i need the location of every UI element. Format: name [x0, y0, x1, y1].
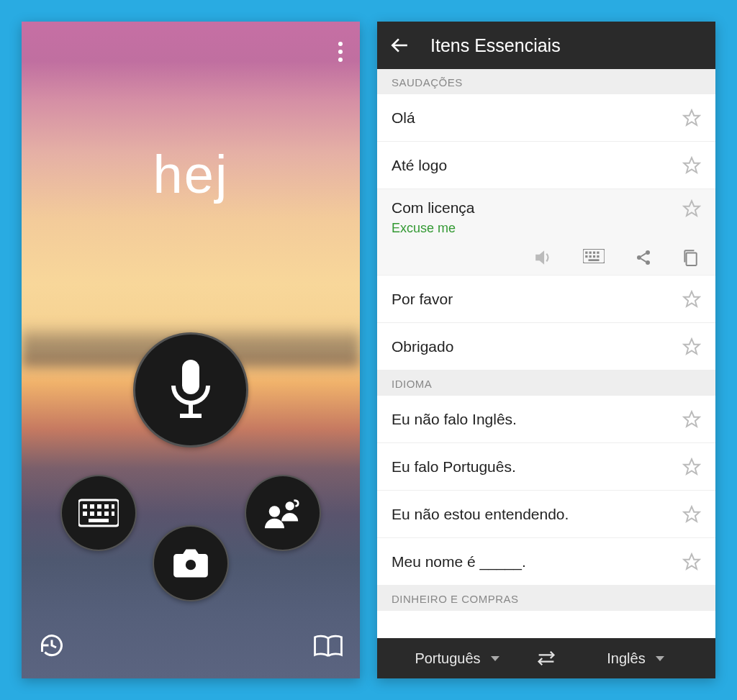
target-language-label: Inglês: [607, 650, 645, 667]
svg-rect-32: [597, 255, 599, 258]
star-outline-icon: [682, 199, 701, 218]
star-outline-icon: [682, 337, 701, 356]
star-outline-icon: [682, 156, 701, 175]
favorite-button[interactable]: [682, 109, 701, 127]
phrasebook-button[interactable]: [314, 634, 343, 658]
svg-line-38: [641, 259, 646, 262]
list-item-expanded[interactable]: Com licença Excuse me: [377, 189, 715, 276]
svg-marker-20: [684, 110, 700, 125]
favorite-button[interactable]: [682, 505, 701, 524]
list-item[interactable]: Eu não falo Inglês.: [377, 396, 715, 443]
favorite-button[interactable]: [682, 458, 701, 476]
overflow-menu-button[interactable]: [338, 42, 343, 62]
favorite-button[interactable]: [682, 410, 701, 429]
swap-icon: [535, 650, 557, 667]
list-item[interactable]: Eu falo Português.: [377, 443, 715, 491]
favorite-button[interactable]: [682, 290, 701, 309]
phrase-label: Olá: [392, 109, 415, 127]
svg-rect-25: [585, 252, 587, 254]
svg-point-17: [269, 506, 280, 517]
svg-rect-4: [83, 504, 87, 509]
svg-rect-5: [90, 504, 94, 509]
source-language-dropdown[interactable]: Português: [386, 650, 528, 667]
phrase-label: Eu não estou entendendo.: [392, 506, 569, 523]
keyboard-button[interactable]: [583, 249, 605, 266]
star-outline-icon: [682, 505, 701, 524]
list-item[interactable]: Eu não estou entendendo.: [377, 491, 715, 538]
history-icon: [39, 632, 65, 658]
copy-button[interactable]: [682, 249, 698, 266]
svg-rect-13: [112, 512, 114, 516]
star-outline-icon: [682, 458, 701, 476]
phrase-label: Por favor: [392, 291, 453, 308]
back-button[interactable]: [390, 36, 409, 55]
page-title: Itens Essenciais: [430, 35, 561, 56]
favorite-button[interactable]: [682, 199, 701, 218]
favorite-button[interactable]: [682, 337, 701, 356]
more-vertical-icon: [338, 42, 343, 62]
conversation-icon: [263, 497, 302, 529]
target-language-dropdown[interactable]: Inglês: [564, 650, 707, 667]
translated-word: hej: [22, 144, 360, 205]
svg-rect-31: [593, 255, 595, 258]
translator-main-screen: hej: [22, 22, 360, 678]
camera-button[interactable]: [153, 525, 229, 601]
chevron-down-icon: [491, 656, 499, 661]
svg-rect-33: [589, 259, 600, 261]
svg-rect-7: [104, 504, 109, 509]
star-outline-icon: [682, 109, 701, 127]
svg-point-35: [637, 255, 641, 260]
arrow-left-icon: [390, 36, 409, 55]
source-language-label: Português: [415, 650, 480, 667]
svg-rect-30: [589, 255, 592, 258]
svg-rect-8: [112, 504, 114, 509]
app-bar: Itens Essenciais: [377, 22, 715, 69]
section-header-money: DINHEIRO E COMPRAS: [377, 586, 715, 611]
svg-rect-27: [593, 252, 595, 254]
phrase-label: Até logo: [392, 157, 447, 174]
copy-icon: [682, 249, 698, 266]
keyboard-icon: [78, 499, 119, 527]
speaker-icon: [534, 249, 553, 266]
phrase-actions: [392, 249, 701, 266]
favorite-button[interactable]: [682, 553, 701, 571]
list-item[interactable]: Olá: [377, 94, 715, 142]
svg-rect-11: [97, 512, 101, 516]
phrase-list: SAUDAÇÕES Olá Até logo Com licença Excus…: [377, 69, 715, 638]
share-button[interactable]: [635, 249, 652, 266]
speak-button[interactable]: [534, 249, 553, 266]
share-icon: [635, 249, 652, 266]
svg-line-37: [641, 253, 646, 256]
star-outline-icon: [682, 553, 701, 571]
list-item[interactable]: Por favor: [377, 276, 715, 323]
svg-rect-26: [589, 252, 592, 254]
svg-point-18: [285, 501, 294, 510]
phrase-label: Eu falo Português.: [392, 458, 516, 476]
section-header-greetings: SAUDAÇÕES: [377, 69, 715, 94]
svg-marker-41: [684, 339, 700, 354]
language-bar: Português Inglês: [377, 638, 715, 678]
phrase-label: Obrigado: [392, 338, 453, 355]
swap-languages-button[interactable]: [528, 650, 564, 667]
svg-marker-44: [684, 506, 700, 522]
list-item[interactable]: Meu nome é _____.: [377, 538, 715, 586]
svg-rect-9: [83, 512, 87, 516]
chevron-down-icon: [656, 656, 664, 661]
svg-rect-0: [182, 360, 199, 394]
microphone-icon: [165, 358, 217, 422]
list-item[interactable]: Até logo: [377, 142, 715, 189]
phrase-label: Eu não falo Inglês.: [392, 411, 517, 428]
list-item[interactable]: Obrigado: [377, 323, 715, 371]
camera-icon: [172, 547, 209, 579]
svg-rect-39: [687, 253, 697, 265]
svg-marker-40: [684, 291, 700, 306]
svg-rect-6: [97, 504, 101, 509]
phrasebook-screen: Itens Essenciais SAUDAÇÕES Olá Até logo …: [377, 22, 715, 678]
keyboard-button[interactable]: [60, 475, 137, 551]
svg-rect-28: [597, 252, 599, 254]
conversation-button[interactable]: [245, 475, 321, 551]
history-button[interactable]: [39, 632, 65, 658]
microphone-button[interactable]: [133, 332, 248, 447]
svg-marker-22: [684, 201, 700, 216]
favorite-button[interactable]: [682, 156, 701, 175]
